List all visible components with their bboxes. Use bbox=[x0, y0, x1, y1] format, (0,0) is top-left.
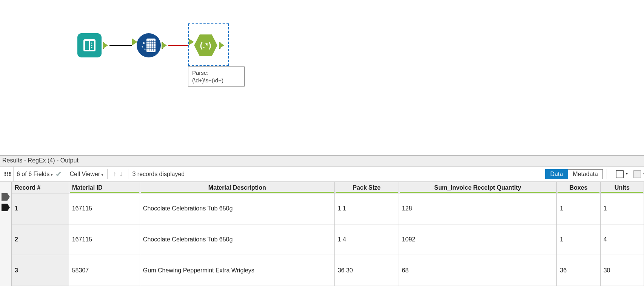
svg-point-5 bbox=[91, 47, 92, 48]
output-anchor[interactable] bbox=[162, 42, 163, 49]
regex-icon: (.*) bbox=[194, 33, 218, 57]
tool-regex[interactable]: (.*) bbox=[194, 33, 218, 57]
connection-wire bbox=[109, 45, 132, 46]
col-units: Units bbox=[600, 182, 644, 193]
data-cleansing-icon bbox=[137, 33, 161, 57]
svg-point-4 bbox=[91, 45, 92, 46]
table-row[interactable]: 3 58307 Gum Chewing Peppermint Extra Wri… bbox=[12, 255, 644, 286]
col-sum-invoice: Sum_Invoice Receipt Quantity bbox=[399, 182, 557, 193]
records-count-label: 3 records displayed bbox=[132, 171, 185, 178]
output-anchor[interactable] bbox=[103, 42, 104, 49]
output-anchor[interactable] bbox=[219, 42, 220, 49]
annotation-line1: Parse: bbox=[192, 69, 240, 77]
actions-menu-icon[interactable] bbox=[616, 170, 624, 178]
results-grid[interactable]: Record # Material ID Material Descriptio… bbox=[11, 182, 644, 286]
col-boxes: Boxes bbox=[557, 182, 600, 193]
tab-data[interactable]: Data bbox=[545, 169, 568, 179]
output-anchor-tag[interactable] bbox=[2, 204, 10, 211]
tab-metadata[interactable]: Metadata bbox=[568, 169, 603, 179]
header-row: Record # Material ID Material Descriptio… bbox=[12, 182, 644, 193]
tool-input-data[interactable] bbox=[77, 33, 102, 57]
tool-data-cleansing[interactable] bbox=[137, 33, 161, 57]
connection-wire bbox=[168, 45, 189, 46]
annotation-line2: (\d+)\s+(\d+) bbox=[192, 77, 240, 84]
input-data-icon bbox=[77, 33, 102, 57]
tool-annotation[interactable]: Parse: (\d+)\s+(\d+) bbox=[188, 66, 245, 87]
col-record: Record # bbox=[12, 182, 69, 193]
anchor-gutter bbox=[0, 182, 11, 286]
view-tabs: Data Metadata bbox=[545, 169, 603, 179]
col-pack-size: Pack Size bbox=[334, 182, 399, 193]
apply-check-icon[interactable]: ✔ bbox=[55, 170, 62, 179]
regex-icon-label: (.*) bbox=[200, 41, 212, 50]
copy-icon[interactable] bbox=[633, 170, 641, 178]
svg-point-3 bbox=[91, 42, 92, 43]
col-material-description: Material Description bbox=[140, 182, 334, 193]
toolbar-config-icon[interactable] bbox=[2, 167, 14, 181]
cell-viewer-dropdown[interactable]: Cell Viewer bbox=[70, 171, 104, 178]
results-toolbar: 6 of 6 Fields ✔ Cell Viewer ↑ ↓ 3 record… bbox=[0, 167, 644, 182]
col-material-id: Material ID bbox=[69, 182, 140, 193]
sort-desc-icon[interactable]: ↓ bbox=[119, 170, 123, 178]
table-row[interactable]: 2 167115 Chocolate Celebrations Tub 650g… bbox=[12, 224, 644, 255]
fields-dropdown[interactable]: 6 of 6 Fields bbox=[17, 171, 53, 178]
sort-asc-icon[interactable]: ↑ bbox=[113, 170, 116, 178]
svg-rect-1 bbox=[85, 41, 89, 50]
results-title: Results - RegEx (4) - Output bbox=[0, 156, 644, 167]
input-anchor-tag[interactable] bbox=[2, 193, 10, 201]
table-row[interactable]: 1 167115 Chocolate Celebrations Tub 650g… bbox=[12, 193, 644, 224]
workflow-canvas[interactable]: (.*) Parse: (\d+)\s+(\d+) bbox=[0, 0, 644, 155]
results-panel: Results - RegEx (4) - Output 6 of 6 Fiel… bbox=[0, 155, 644, 286]
